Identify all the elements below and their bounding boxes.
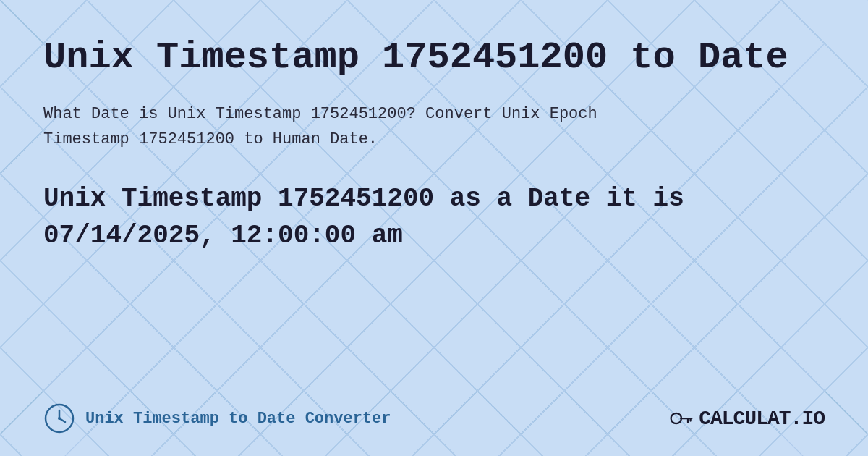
- svg-point-103: [671, 413, 681, 423]
- description-line2: Timestamp 1752451200 to Human Date.: [43, 130, 378, 148]
- footer: Unix Timestamp to Date Converter CALCULA…: [43, 395, 825, 434]
- page-title: Unix Timestamp 1752451200 to Date: [43, 36, 825, 80]
- logo-text: CALCULAT.IO: [699, 408, 825, 430]
- result-section: Unix Timestamp 1752451200 as a Date it i…: [43, 181, 825, 254]
- logo-icon: [668, 405, 694, 431]
- result-line2: 07/14/2025, 12:00:00 am: [43, 221, 403, 250]
- svg-point-102: [58, 417, 61, 420]
- logo: CALCULAT.IO: [668, 405, 825, 431]
- clock-icon: [43, 402, 75, 434]
- description-line1: What Date is Unix Timestamp 1752451200? …: [43, 105, 597, 123]
- result-text: Unix Timestamp 1752451200 as a Date it i…: [43, 181, 825, 254]
- description-text: What Date is Unix Timestamp 1752451200? …: [43, 101, 803, 152]
- main-content: Unix Timestamp 1752451200 to Date What D…: [0, 0, 868, 456]
- footer-label: Unix Timestamp to Date Converter: [85, 410, 391, 428]
- result-line1: Unix Timestamp 1752451200 as a Date it i…: [43, 184, 684, 214]
- footer-left: Unix Timestamp to Date Converter: [43, 402, 391, 434]
